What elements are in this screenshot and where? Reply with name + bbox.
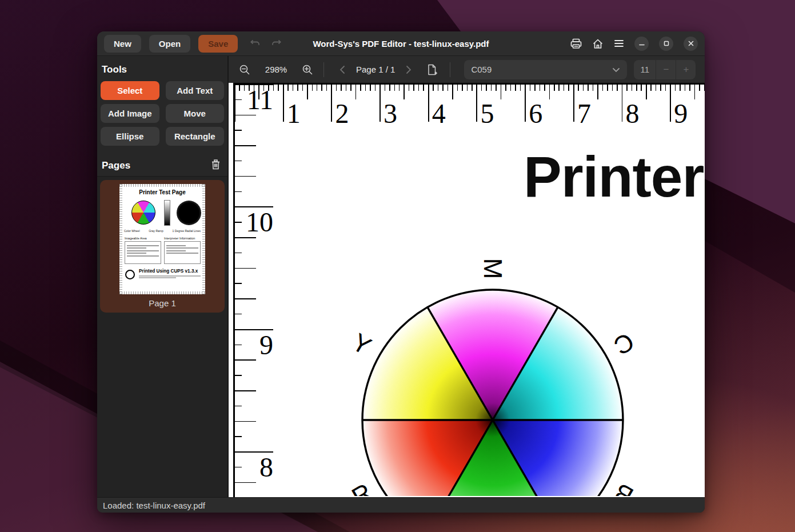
minimize-button[interactable] <box>634 37 649 51</box>
page-label: Page 1 <box>100 298 225 308</box>
previous-page-button[interactable] <box>339 65 346 74</box>
trash-icon <box>211 159 221 171</box>
thumb-caption: Gray Ramp <box>149 229 163 233</box>
delete-page-button[interactable] <box>211 159 221 171</box>
new-button[interactable]: New <box>104 35 141 53</box>
zoom-level: 298% <box>258 65 294 74</box>
pdf-canvas[interactable]: 123456789 111098 Printer <box>229 83 705 497</box>
tool-grid: Select Add Text Add Image Move Ellipse R… <box>97 81 227 146</box>
font-size-decrease-button[interactable]: − <box>656 60 676 79</box>
maximize-button[interactable] <box>659 37 673 51</box>
menu-icon[interactable] <box>614 39 624 47</box>
thumb-ruler-bottom <box>119 291 205 294</box>
thumb-color-wheel <box>131 201 155 225</box>
zoom-in-button[interactable] <box>302 64 313 75</box>
page-indicator: Page 1 / 1 <box>356 65 395 74</box>
font-size-increase-button[interactable]: + <box>676 60 696 79</box>
chevron-down-icon <box>612 65 620 74</box>
thumb-caption: Color Wheel <box>124 229 140 233</box>
page-thumbnail: Printer Test Page Color Wheel Gray Ramp … <box>119 184 205 294</box>
status-text: Loaded: test-linux-easy.pdf <box>103 501 205 510</box>
save-button[interactable]: Save <box>198 35 238 53</box>
desktop-background: New Open Save Word-Sys's PDF Editor - te… <box>0 0 795 532</box>
next-page-button[interactable] <box>405 65 412 74</box>
thumb-ruler-right <box>202 184 205 294</box>
thumb-cups-logo <box>125 270 135 279</box>
color-wheel: MCBRY <box>229 83 705 496</box>
titlebar[interactable]: New Open Save Word-Sys's PDF Editor - te… <box>97 31 705 56</box>
print-icon[interactable] <box>570 38 582 49</box>
pages-panel: Printer Test Page Color Wheel Gray Ramp … <box>97 176 227 497</box>
thumb-section-title: Imageable Area <box>125 237 161 240</box>
open-button[interactable]: Open <box>149 35 190 53</box>
sidebar: Tools Select Add Text Add Image Move Ell… <box>97 56 229 497</box>
home-icon[interactable] <box>592 38 604 49</box>
main-area: 298% Page 1 / 1 <box>229 56 705 497</box>
pdf-editor-window: New Open Save Word-Sys's PDF Editor - te… <box>97 31 705 513</box>
thumb-title: Printer Test Page <box>119 189 205 195</box>
wheel-label-M: M <box>479 258 507 279</box>
zoom-out-button[interactable] <box>239 64 250 75</box>
pages-header: Pages <box>102 160 130 171</box>
tools-header: Tools <box>97 56 227 81</box>
font-family-value: C059 <box>471 65 492 74</box>
tool-button-select[interactable]: Select <box>101 81 159 100</box>
tool-button-move[interactable]: Move <box>166 104 225 123</box>
wheel-label-Y: Y <box>347 327 376 360</box>
status-bar: Loaded: test-linux-easy.pdf <box>97 497 705 513</box>
tool-button-add-image[interactable]: Add Image <box>101 104 159 123</box>
thumb-ruler-left <box>119 184 122 294</box>
wheel-label-C: C <box>609 327 639 361</box>
thumb-cups-text: Printed Using CUPS v1.3.x <box>139 269 201 274</box>
wheel-label-R: R <box>347 478 377 496</box>
close-button[interactable] <box>684 37 698 51</box>
thumb-ruler-top <box>119 184 205 187</box>
thumb-gray-ramp <box>164 200 170 226</box>
thumb-section-title: Interpreter Information <box>164 237 201 240</box>
tool-button-ellipse[interactable]: Ellipse <box>101 127 159 146</box>
wheel-label-B: B <box>609 478 638 496</box>
color-wheel-sectors <box>362 290 623 496</box>
tool-button-rectangle[interactable]: Rectangle <box>166 127 225 146</box>
undo-icon[interactable] <box>250 38 261 49</box>
font-family-select[interactable]: C059 <box>464 60 627 79</box>
font-size-value[interactable]: 11 <box>634 60 656 79</box>
tool-button-add-text[interactable]: Add Text <box>166 81 225 100</box>
editor-toolbar: 298% Page 1 / 1 <box>229 56 705 83</box>
thumb-radial-lines <box>177 201 201 225</box>
add-page-button[interactable] <box>427 64 437 75</box>
font-size-control: 11 − + <box>634 60 696 79</box>
redo-icon[interactable] <box>271 38 281 49</box>
thumb-caption: 1 Degree Radial Lines <box>173 229 201 233</box>
page-thumbnail-card[interactable]: Printer Test Page Color Wheel Gray Ramp … <box>100 180 225 313</box>
